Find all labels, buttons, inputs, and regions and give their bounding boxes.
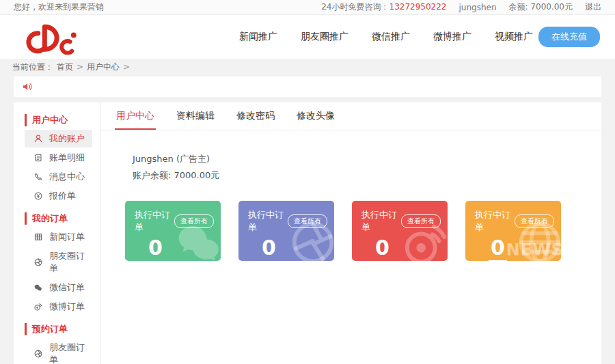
nav-link[interactable]: 朋友圈推广 [301, 31, 348, 43]
sidebar-section: 用户中心 我的账户 账单明细 消息中心 报价单 [14, 114, 100, 205]
sidebar-item-label: 消息中心 [49, 171, 85, 183]
order-card: 执行中订单 查看所有 0 NEWS [465, 201, 561, 261]
sidebar-item-label: 我的账户 [49, 132, 85, 145]
sidebar-section-items: 朋友圈订单 微信订单 微博订单 [14, 339, 100, 364]
card-title: 执行中订单 [361, 209, 401, 234]
sidebar-item-label: 报价单 [49, 190, 76, 202]
sidebar-section-title: 用户中心 [25, 114, 100, 126]
announcement-bar [14, 76, 601, 97]
sidebar-item-朋友圈订单[interactable]: 朋友圈订单 [25, 247, 92, 277]
breadcrumb: 当前位置： 首页> 用户中心> [0, 59, 615, 75]
sidebar-section: 预约订单 朋友圈订单 微信订单 微博订单 [14, 323, 100, 364]
sidebar-item-账单明细[interactable]: 账单明细 [25, 149, 92, 167]
tab-bar: 用户中心资料编辑修改密码修改头像 [101, 102, 601, 130]
balance-text: 余额: 7000.00元 [509, 1, 573, 13]
sidebar-item-朋友圈订单[interactable]: 朋友圈订单 [25, 339, 92, 364]
sidebar-section-title: 我的订单 [25, 212, 100, 225]
site-logo[interactable] [18, 19, 83, 55]
wechat-icon [33, 283, 43, 292]
card-title: 执行中订单 [135, 209, 174, 234]
sidebar-item-label: 微信订单 [49, 281, 85, 294]
site-header: 新闻推广朋友圈推广微信推广微博推广视频推广 在线充值 [0, 15, 615, 59]
breadcrumb-item[interactable]: 首页 [57, 61, 73, 73]
username[interactable]: jungshen [459, 3, 497, 12]
content-area: 用户中心资料编辑修改密码修改头像 Jungshen (广告主) 账户余额: 70… [101, 102, 601, 364]
online-recharge-button[interactable]: 在线充值 [538, 27, 600, 47]
welcome-greeting: 您好，欢迎来到果果营销 [14, 1, 104, 13]
order-card: 执行中订单 查看所有 0 [238, 201, 334, 261]
account-balance: 账户余额: 7000.00元 [133, 167, 601, 184]
user-name: Jungshen (广告主) [133, 151, 601, 167]
tab-用户中心[interactable]: 用户中心 [115, 102, 156, 130]
bill-icon [33, 153, 43, 163]
sidebar-section: 我的订单 新闻订单 朋友圈订单 微信订单 微博订单 [14, 212, 100, 316]
card-title: 执行中订单 [248, 209, 288, 234]
speaker-icon [23, 82, 33, 92]
nav-link[interactable]: 新闻推广 [239, 31, 277, 43]
card-count[interactable]: 0 [148, 236, 163, 260]
nav-link[interactable]: 微博推广 [433, 31, 472, 43]
breadcrumb-separator: > [77, 62, 83, 72]
breadcrumb-item[interactable]: 用户中心 [87, 61, 120, 73]
order-card: 执行中订单 查看所有 0 [352, 201, 448, 261]
card-count[interactable]: 0 [262, 236, 276, 260]
grid-icon [33, 232, 43, 242]
sidebar-section-title: 预约订单 [25, 323, 100, 335]
sidebar: 用户中心 我的账户 账单明细 消息中心 报价单 我的订单 新闻订单 朋友圈订单 … [14, 102, 101, 364]
sidebar-item-label: 微博订单 [49, 300, 85, 313]
nav-link[interactable]: 视频推广 [495, 31, 533, 43]
user-info: Jungshen (广告主) 账户余额: 7000.00元 [101, 130, 601, 184]
sidebar-item-微博订单[interactable]: 微博订单 [25, 298, 92, 316]
topbar-right: 24小时免费咨询：13272950222 jungshen 余额: 7000.0… [321, 1, 601, 13]
quote-icon [33, 191, 43, 201]
sidebar-item-label: 新闻订单 [49, 231, 85, 243]
top-utility-bar: 您好，欢迎来到果果营销 24小时免费咨询：13272950222 jungshe… [0, 0, 615, 15]
sidebar-section-items: 我的账户 账单明细 消息中心 报价单 [14, 130, 100, 205]
order-card: 执行中订单 查看所有 0 [125, 201, 221, 261]
main-panel: 用户中心 我的账户 账单明细 消息中心 报价单 我的订单 新闻订单 朋友圈订单 … [14, 102, 601, 364]
card-watermark-text: NEWS [506, 240, 561, 260]
sidebar-item-报价单[interactable]: 报价单 [25, 187, 92, 205]
phone-icon [33, 172, 43, 182]
user-icon [33, 134, 43, 143]
card-title: 执行中订单 [475, 209, 515, 234]
moments-icon [33, 257, 43, 267]
sidebar-item-label: 账单明细 [49, 152, 85, 164]
logout-link[interactable]: 退出 [585, 1, 601, 13]
hotline-number: 13272950222 [390, 2, 447, 12]
breadcrumb-label: 当前位置： [12, 61, 53, 73]
hotline-label: 24小时免费咨询： [321, 2, 389, 12]
moments-icon [33, 349, 43, 359]
hotline: 24小时免费咨询：13272950222 [321, 1, 446, 13]
sidebar-item-新闻订单[interactable]: 新闻订单 [25, 228, 92, 246]
breadcrumb-separator: > [123, 62, 130, 72]
sidebar-item-label: 朋友圈订单 [49, 341, 92, 364]
order-cards: 执行中订单 查看所有 0 执行中订单 查看所有 0 执行中订单 查看所有 0 执… [125, 201, 601, 261]
sidebar-item-我的账户[interactable]: 我的账户 [25, 130, 92, 148]
weibo-icon [33, 302, 43, 311]
sidebar-item-消息中心[interactable]: 消息中心 [25, 168, 92, 186]
tab-修改密码[interactable]: 修改密码 [235, 102, 276, 130]
sidebar-item-微信订单[interactable]: 微信订单 [25, 279, 92, 296]
sidebar-section-items: 新闻订单 朋友圈订单 微信订单 微博订单 [14, 228, 100, 316]
sidebar-item-label: 朋友圈订单 [49, 250, 92, 275]
main-nav: 新闻推广朋友圈推广微信推广微博推广视频推广 [239, 31, 533, 43]
card-count[interactable]: 0 [489, 236, 507, 261]
tab-资料编辑[interactable]: 资料编辑 [175, 102, 216, 130]
card-count[interactable]: 0 [375, 236, 390, 260]
tab-修改头像[interactable]: 修改头像 [295, 102, 336, 130]
nav-link[interactable]: 微信推广 [372, 31, 410, 43]
